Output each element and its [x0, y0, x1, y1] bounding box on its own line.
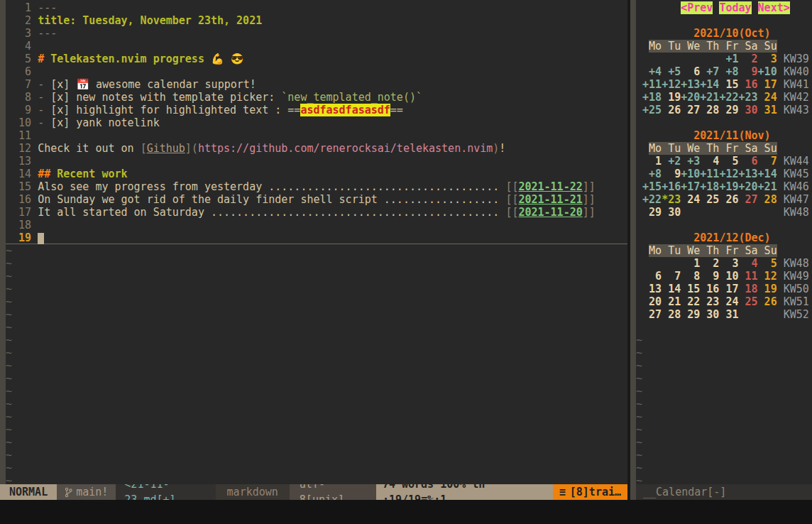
- day-cell[interactable]: *23: [662, 193, 681, 206]
- day-cell[interactable]: 24: [758, 91, 777, 104]
- day-cell[interactable]: 2: [700, 257, 719, 270]
- editor-line[interactable]: 4: [6, 40, 627, 53]
- day-cell[interactable]: 31: [719, 308, 738, 321]
- day-cell[interactable]: 9: [662, 168, 681, 180]
- day-cell[interactable]: +14: [758, 168, 777, 180]
- day-cell[interactable]: 17: [719, 283, 738, 295]
- day-cell[interactable]: 15: [681, 283, 700, 295]
- day-cell[interactable]: 6: [642, 270, 662, 283]
- day-cell[interactable]: 4: [700, 155, 719, 168]
- day-cell[interactable]: 30: [700, 308, 719, 321]
- day-cell[interactable]: 31: [758, 104, 777, 116]
- day-cell[interactable]: +10: [758, 65, 777, 78]
- day-cell[interactable]: 18: [739, 283, 758, 295]
- day-cell[interactable]: +13: [739, 168, 758, 180]
- editor-line[interactable]: 19: [6, 231, 627, 244]
- day-cell[interactable]: 10: [719, 270, 738, 283]
- day-cell[interactable]: 7: [662, 270, 681, 283]
- day-cell[interactable]: +18: [642, 91, 662, 104]
- day-cell[interactable]: 25: [700, 193, 719, 206]
- day-cell[interactable]: +5: [662, 65, 681, 78]
- day-cell[interactable]: 26: [662, 104, 681, 116]
- day-cell[interactable]: 26: [719, 193, 738, 206]
- day-cell[interactable]: 28: [758, 193, 777, 206]
- day-cell[interactable]: +23: [739, 91, 758, 104]
- day-cell[interactable]: +3: [681, 155, 700, 168]
- day-cell[interactable]: 15: [719, 78, 738, 91]
- day-cell[interactable]: 26: [758, 295, 777, 308]
- day-cell[interactable]: +16: [662, 180, 681, 193]
- editor-scrollbar[interactable]: [0, 0, 6, 484]
- editor-line[interactable]: 16On Sunday we got rid of the daily find…: [6, 193, 627, 206]
- day-cell[interactable]: 27: [739, 193, 758, 206]
- day-cell[interactable]: 30: [662, 206, 681, 219]
- day-cell[interactable]: +15: [642, 180, 662, 193]
- day-cell[interactable]: +18: [700, 180, 719, 193]
- editor-line[interactable]: 7- [x] 📅 awesome calendar support!: [6, 78, 627, 91]
- editor-window[interactable]: 1---2title: Tuesday, November 23th, 2021…: [6, 0, 627, 484]
- editor-line[interactable]: 5# Telekasten.nvim progress 💪 😎: [6, 53, 627, 65]
- day-cell[interactable]: 29: [642, 206, 662, 219]
- calendar-today-button[interactable]: Today: [719, 1, 751, 14]
- editor-line[interactable]: 18: [6, 219, 627, 231]
- day-cell[interactable]: +2: [662, 155, 681, 168]
- day-cell[interactable]: 25: [739, 295, 758, 308]
- day-cell[interactable]: 19: [758, 283, 777, 295]
- day-cell[interactable]: 3: [719, 257, 738, 270]
- day-cell[interactable]: 4: [739, 257, 758, 270]
- day-cell[interactable]: 16: [700, 283, 719, 295]
- editor-line[interactable]: 3---: [6, 27, 627, 40]
- day-cell[interactable]: 9: [700, 270, 719, 283]
- editor-line[interactable]: 12Check it out on [Github](https://githu…: [6, 142, 627, 155]
- editor-line[interactable]: 10- [x] yank notelink: [6, 116, 627, 129]
- day-cell[interactable]: 20: [642, 295, 662, 308]
- day-cell[interactable]: 6: [739, 155, 758, 168]
- day-cell[interactable]: +13: [681, 78, 700, 91]
- day-cell[interactable]: +10: [681, 168, 700, 180]
- editor-line[interactable]: 2title: Tuesday, November 23th, 2021: [6, 14, 627, 27]
- day-cell[interactable]: +7: [700, 65, 719, 78]
- editor-line[interactable]: 8- [x] new notes with template picker: `…: [6, 91, 627, 104]
- day-cell[interactable]: 27: [642, 308, 662, 321]
- day-cell[interactable]: +19: [719, 180, 738, 193]
- day-cell[interactable]: +12: [662, 78, 681, 91]
- day-cell[interactable]: +22: [719, 91, 738, 104]
- day-cell[interactable]: +20: [739, 180, 758, 193]
- day-cell[interactable]: 16: [739, 78, 758, 91]
- editor-line[interactable]: 14## Recent work: [6, 168, 627, 180]
- editor-line[interactable]: 11: [6, 129, 627, 142]
- day-cell[interactable]: 24: [719, 295, 738, 308]
- day-cell[interactable]: +21: [700, 91, 719, 104]
- day-cell[interactable]: +12: [719, 168, 738, 180]
- day-cell[interactable]: 6: [681, 65, 700, 78]
- day-cell[interactable]: +17: [681, 180, 700, 193]
- day-cell[interactable]: 30: [739, 104, 758, 116]
- day-cell[interactable]: 29: [681, 308, 700, 321]
- calendar-window[interactable]: <Prev Today Next> 2021/10(Oct) Mo Tu We …: [636, 0, 812, 484]
- day-cell[interactable]: +14: [700, 78, 719, 91]
- day-cell[interactable]: 27: [681, 104, 700, 116]
- day-cell[interactable]: 7: [758, 155, 777, 168]
- day-cell[interactable]: 1: [681, 257, 700, 270]
- day-cell[interactable]: 24: [681, 193, 700, 206]
- day-cell[interactable]: +8: [642, 168, 662, 180]
- day-cell[interactable]: 22: [681, 295, 700, 308]
- day-cell[interactable]: +20: [681, 91, 700, 104]
- editor-line[interactable]: 9- [x] highlight for highlighted text : …: [6, 104, 627, 116]
- editor-line[interactable]: 15Also see my progress from yesterday ..…: [6, 180, 627, 193]
- day-cell[interactable]: 11: [739, 270, 758, 283]
- day-cell[interactable]: +4: [642, 65, 662, 78]
- calendar-scrollbar[interactable]: [630, 0, 636, 484]
- day-cell[interactable]: 14: [662, 283, 681, 295]
- day-cell[interactable]: 9: [739, 65, 758, 78]
- editor-line[interactable]: 13: [6, 155, 627, 168]
- calendar-next-button[interactable]: Next>: [758, 1, 790, 14]
- day-cell[interactable]: 12: [758, 270, 777, 283]
- day-cell[interactable]: 28: [700, 104, 719, 116]
- day-cell[interactable]: 13: [642, 283, 662, 295]
- day-cell[interactable]: 8: [681, 270, 700, 283]
- day-cell[interactable]: 5: [719, 155, 738, 168]
- command-line[interactable]: [0, 500, 812, 524]
- editor-line[interactable]: 1---: [6, 1, 627, 14]
- day-cell[interactable]: 19: [662, 91, 681, 104]
